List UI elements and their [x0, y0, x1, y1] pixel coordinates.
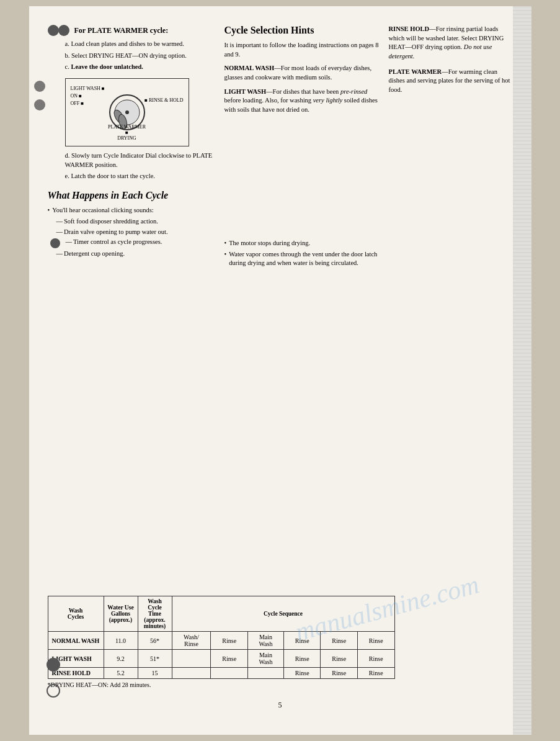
- step-d: d. Slowly turn Cycle Indicator Dial cloc…: [65, 151, 215, 169]
- bullet-icon-2: [58, 25, 69, 36]
- bullet-vapor: • Water vapor comes through the vent und…: [224, 250, 380, 268]
- dash-drain: — Drain valve opening to pump water out.: [56, 228, 215, 237]
- timer-circle-icon: [50, 238, 60, 248]
- bullet-motor: • The motor stops during drying.: [224, 239, 380, 248]
- cycle-selection-title: Cycle Selection Hints: [224, 25, 380, 36]
- td-rh-seq2: [211, 668, 247, 679]
- th-wash-time: WashCycle Time(approx.minutes): [138, 596, 172, 632]
- td-lw-seq1: [172, 650, 211, 668]
- dash-drain-text: Drain valve opening to pump water out.: [64, 228, 168, 237]
- main-content: For PLATE WARMER cycle: a. Load clean pl…: [48, 25, 513, 585]
- plate-warmer-heading: For PLATE WARMER cycle:: [48, 25, 215, 36]
- manual-page: manualsmine.com For PLATE WARMER cycle: …: [29, 6, 531, 735]
- plate-warmer-steps-2: d. Slowly turn Cycle Indicator Dial cloc…: [65, 151, 215, 181]
- dial-labels-bottom: PLATE WARMER■DRYING: [108, 124, 146, 141]
- td-rinse-hold-water: 5.2: [104, 668, 138, 679]
- dash-soft-food-text: Soft food disposer shredding action.: [64, 217, 158, 227]
- td-rh-seq3: [247, 668, 283, 679]
- dial-label-light-wash: LIGHT WASH ■: [71, 85, 105, 92]
- plate-warmer-steps: a. Load clean plates and dishes to be wa…: [65, 40, 215, 72]
- td-normal-wash-water: 11.0: [104, 632, 138, 650]
- timer-control-item: — Timer control as cycle progresses.: [50, 238, 215, 248]
- bullet-vapor-text: Water vapor comes through the vent under…: [229, 250, 379, 268]
- th-wash-cycles: WashCycles: [48, 596, 104, 632]
- td-light-wash-water: 9.2: [104, 650, 138, 668]
- right-column: RINSE HOLD—For rinsing partial loads whi…: [389, 25, 513, 585]
- row-normal-wash: NORMAL WASH 11.0 56* Wash/Rinse Rinse Ma…: [48, 632, 394, 650]
- dash-timer-text: Timer control as cycle progresses.: [73, 238, 162, 247]
- bullet-motor-text: The motor stops during drying.: [229, 239, 310, 248]
- rinse-hold-para: RINSE HOLD—For rinsing partial loads whi…: [389, 25, 513, 61]
- sidebar-mark-2: [34, 99, 45, 110]
- td-nw-seq2: Rinse: [211, 632, 247, 650]
- what-happens-title: What Happens in Each Cycle: [48, 190, 215, 201]
- td-normal-wash-time: 56*: [138, 632, 172, 650]
- light-wash-para: LIGHT WASH—For dishes that have been pre…: [224, 88, 380, 115]
- td-nw-seq4: Rinse: [284, 632, 321, 650]
- td-light-wash-time: 51*: [138, 650, 172, 668]
- table-header-row: WashCycles Water UseGallons(approx.) Was…: [48, 596, 394, 632]
- td-rh-seq5: Rinse: [321, 668, 357, 679]
- bullet-clicking-text: You'll hear occasional clicking sounds:: [52, 206, 154, 215]
- td-nw-seq6: Rinse: [357, 632, 394, 650]
- plate-warmer-title-text: For PLATE WARMER cycle:: [74, 26, 169, 35]
- plate-warmer-para: PLATE WARMER—For warming clean dishes an…: [389, 68, 513, 95]
- dial-labels-left: LIGHT WASH ■ ON ■ OFF ■: [71, 85, 105, 107]
- bullet-clicking: • You'll hear occasional clicking sounds…: [48, 206, 215, 215]
- row-light-wash: LIGHT WASH 9.2 51* Rinse MainWash Rinse …: [48, 650, 394, 668]
- dash-detergent-text: Detergent cup opening.: [64, 249, 125, 259]
- td-lw-seq5: Rinse: [321, 650, 357, 668]
- td-nw-seq1: Wash/Rinse: [172, 632, 211, 650]
- td-lw-seq2: Rinse: [211, 650, 247, 668]
- svg-point-4: [125, 110, 129, 114]
- td-lw-seq6: Rinse: [357, 650, 394, 668]
- right-body: RINSE HOLD—For rinsing partial loads whi…: [389, 25, 513, 95]
- dial-label-on: ON ■: [71, 92, 105, 100]
- bottom-circle-2: [47, 684, 60, 698]
- cycle-intro: It is important to follow the loading in…: [224, 41, 380, 59]
- dash-timer: — Timer control as cycle progresses.: [66, 238, 162, 247]
- td-lw-seq3: MainWash: [247, 650, 283, 668]
- dial-diagram: LIGHT WASH ■ ON ■ OFF ■ ■ RINSE: [65, 78, 189, 146]
- step-a: a. Load clean plates and dishes to be wa…: [65, 40, 215, 49]
- cycle-body: It is important to follow the loading in…: [224, 41, 380, 115]
- td-rh-seq1: [172, 668, 211, 679]
- bottom-circle-1: [47, 658, 60, 671]
- cycle-table: WashCycles Water UseGallons(approx.) Was…: [48, 596, 395, 679]
- normal-wash-para: NORMAL WASH—For most loads of everyday d…: [224, 64, 380, 82]
- page-container: manualsmine.com For PLATE WARMER cycle: …: [0, 0, 560, 741]
- left-column: For PLATE WARMER cycle: a. Load clean pl…: [48, 25, 224, 585]
- th-water-use: Water UseGallons(approx.): [104, 596, 138, 632]
- td-nw-seq5: Rinse: [321, 632, 357, 650]
- step-e: e. Latch the door to start the cycle.: [65, 172, 215, 181]
- th-cycle-sequence: Cycle Sequence: [172, 596, 394, 632]
- step-c: c. Leave the door unlatched.: [65, 63, 215, 72]
- page-number: 5: [48, 701, 513, 710]
- table-note: *DRYING HEAT—ON: Add 28 minutes.: [48, 681, 513, 688]
- right-sidebar-texture: [513, 6, 531, 735]
- td-lw-seq4: Rinse: [284, 650, 321, 668]
- td-rh-seq4: Rinse: [284, 668, 321, 679]
- left-sidebar: [34, 6, 47, 735]
- dial-labels-right: ■ RINSE & HOLD: [144, 97, 183, 103]
- dash-soft-food: — Soft food disposer shredding action.: [56, 217, 215, 227]
- bottom-circles: [47, 658, 63, 698]
- step-b: b. Select DRYING HEAT—ON drying option.: [65, 52, 215, 61]
- td-rh-seq6: Rinse: [357, 668, 394, 679]
- sidebar-mark-1: [34, 81, 45, 92]
- dash-detergent: — Detergent cup opening.: [56, 249, 215, 259]
- td-normal-wash-name: NORMAL WASH: [48, 632, 104, 650]
- dial-label-off: OFF ■: [71, 100, 105, 107]
- middle-column: Cycle Selection Hints It is important to…: [224, 25, 389, 585]
- bullet-icon-1: [48, 25, 59, 36]
- table-section: WashCycles Water UseGallons(approx.) Was…: [48, 596, 513, 688]
- td-nw-seq3: MainWash: [247, 632, 283, 650]
- td-rinse-hold-time: 15: [138, 668, 172, 679]
- middle-bottom-bullets: • The motor stops during drying. • Water…: [224, 239, 380, 268]
- row-rinse-hold: RINSE HOLD 5.2 15 Rinse Rinse Rinse: [48, 668, 394, 679]
- what-happens-bullets: • You'll hear occasional clicking sounds…: [48, 206, 215, 259]
